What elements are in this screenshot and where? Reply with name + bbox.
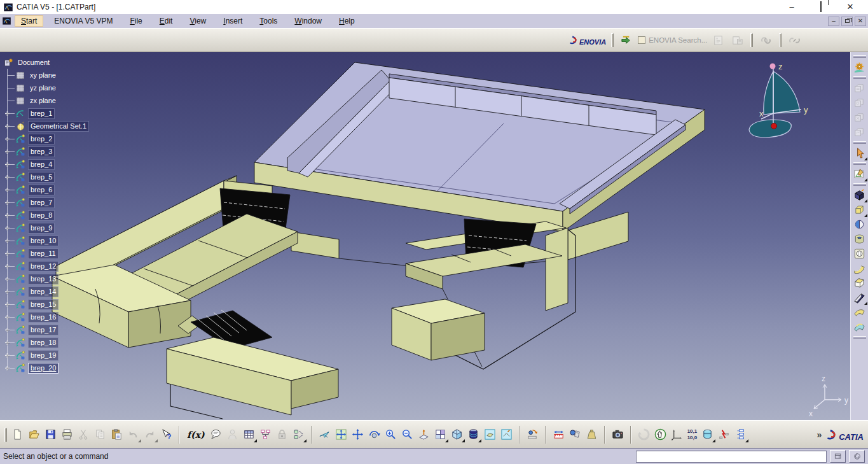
menu-tools[interactable]: Tools	[253, 15, 284, 27]
minimize-button[interactable]: –	[777, 1, 806, 13]
toolbar-drag-handle[interactable]	[853, 336, 866, 339]
pad-button[interactable]	[852, 202, 867, 217]
tree-item-brep-12[interactable]: brep_12	[2, 260, 89, 272]
flyout-arrow-icon[interactable]	[155, 439, 158, 442]
axis-system-button[interactable]	[669, 426, 685, 442]
enovia-search-checkbox[interactable]	[638, 36, 645, 44]
expand-plus-icon[interactable]	[4, 148, 11, 155]
toolbar-drag-handle[interactable]	[853, 76, 866, 79]
cylindrical-tool-button[interactable]	[699, 426, 715, 442]
cut-button[interactable]	[76, 426, 92, 442]
hidden-user-button[interactable]	[224, 426, 240, 442]
toolbar-drag-handle[interactable]	[853, 55, 866, 58]
toolbar-drag-handle[interactable]	[853, 162, 866, 165]
sew-surface-button[interactable]	[852, 305, 867, 320]
tree-item-geometrical-set-1[interactable]: Geometrical Set.1	[2, 120, 89, 132]
close-surface-button[interactable]	[852, 290, 867, 305]
tree-item-brep-7[interactable]: brep_7	[2, 196, 89, 209]
thick-surface-button[interactable]	[852, 320, 867, 334]
tree-item-brep-8[interactable]: brep_8	[2, 209, 89, 221]
chamfer-button[interactable]	[852, 276, 867, 290]
swap-visible-space-button[interactable]	[652, 426, 668, 442]
tree-item-brep-15[interactable]: brep_15	[2, 298, 89, 311]
expand-plus-icon[interactable]	[4, 161, 11, 168]
tree-item-brep-3[interactable]: brep_3	[2, 145, 89, 158]
menu-view[interactable]: View	[183, 15, 212, 27]
menu-help[interactable]: Help	[333, 15, 361, 27]
power-input-button[interactable]	[849, 450, 865, 463]
tree-item-xy-plane[interactable]: xy plane	[2, 69, 89, 81]
unlink-button[interactable]	[787, 32, 803, 48]
tree-item-brep-11[interactable]: brep_11	[2, 247, 89, 260]
expand-plus-icon[interactable]	[4, 301, 11, 308]
split-button[interactable]	[852, 217, 867, 232]
fillet-surface-button[interactable]	[852, 261, 867, 276]
expand-plus-icon[interactable]	[4, 263, 11, 270]
expand-plus-icon[interactable]	[4, 123, 11, 130]
tree-item-brep-5[interactable]: brep_5	[2, 171, 89, 183]
menu-window[interactable]: Window	[288, 15, 328, 27]
knowledge-inspector-button[interactable]	[716, 426, 732, 442]
sketcher-button[interactable]	[852, 167, 867, 181]
transfer-button[interactable]	[619, 32, 635, 48]
3d-scene[interactable]: z y x z y x	[0, 52, 850, 420]
save-db-button[interactable]	[729, 32, 745, 48]
rotate-button[interactable]	[366, 426, 382, 442]
expand-plus-icon[interactable]	[4, 136, 11, 143]
expand-plus-icon[interactable]	[4, 327, 11, 334]
tree-item-brep-20[interactable]: brep_20	[2, 362, 89, 374]
toolbar-drag-handle[interactable]	[750, 33, 753, 47]
iso-view-button[interactable]	[449, 426, 465, 442]
tree-item-brep-14[interactable]: brep_14	[2, 285, 89, 298]
save-button[interactable]	[43, 426, 59, 442]
expand-plus-icon[interactable]	[4, 110, 11, 117]
expand-plus-icon[interactable]	[4, 174, 11, 181]
flyout-arrow-icon[interactable]	[445, 439, 448, 442]
expand-plus-icon[interactable]	[4, 365, 11, 372]
pdm-b-button[interactable]	[852, 95, 867, 110]
render-style-button[interactable]	[465, 426, 481, 442]
model-bench[interactable]	[167, 310, 338, 419]
expand-plus-icon[interactable]	[4, 199, 11, 206]
mdi-restore-button[interactable]	[841, 17, 853, 26]
expand-plus-icon[interactable]	[4, 288, 11, 295]
flyout-arrow-icon[interactable]	[478, 439, 481, 442]
tree-item-brep-6[interactable]: brep_6	[2, 183, 89, 196]
flyout-arrow-icon[interactable]	[864, 157, 867, 160]
edit-list-button[interactable]	[733, 426, 748, 442]
mdi-minimize-button[interactable]: –	[828, 17, 839, 26]
tree-item-brep-18[interactable]: brep_18	[2, 336, 89, 349]
expand-plus-icon[interactable]	[4, 225, 11, 232]
toolbar-drag-handle[interactable]	[779, 33, 782, 47]
flyout-arrow-icon[interactable]	[745, 439, 748, 442]
view-compass[interactable]: z y x	[749, 62, 808, 137]
refresh-button[interactable]	[636, 426, 652, 442]
check-rules-button[interactable]	[291, 426, 307, 442]
pdm-a-button[interactable]	[852, 81, 867, 95]
menu-insert[interactable]: Insert	[217, 15, 249, 27]
view-mode-button[interactable]	[482, 426, 498, 442]
groove-button[interactable]	[852, 232, 867, 246]
pan-button[interactable]	[350, 426, 366, 442]
normal-view-button[interactable]	[416, 426, 432, 442]
prism-button[interactable]	[852, 188, 867, 202]
undo-button[interactable]	[125, 426, 141, 442]
enovia-search-label[interactable]: ENOVIA Search...	[649, 36, 707, 44]
measure-inertia-button[interactable]	[584, 426, 600, 442]
flyout-arrow-icon[interactable]	[303, 439, 307, 442]
tree-item-brep-13[interactable]: brep_13	[2, 272, 89, 285]
view-mode-alt-button[interactable]	[499, 426, 514, 442]
measure-between-button[interactable]	[551, 426, 567, 442]
product-structure-button[interactable]	[258, 426, 273, 442]
new-file-button[interactable]	[10, 426, 25, 442]
flyout-arrow-icon[interactable]	[462, 439, 465, 442]
3d-viewport[interactable]: z y x z y x Document	[0, 52, 850, 420]
zoom-out-button[interactable]	[399, 426, 415, 442]
tree-item-brep-10[interactable]: brep_10	[2, 234, 89, 247]
toolbar-drag-handle[interactable]	[853, 141, 866, 144]
select-button[interactable]	[852, 146, 867, 160]
link-button[interactable]	[758, 32, 774, 48]
pdm-d-button[interactable]	[852, 125, 867, 139]
hole-button[interactable]	[852, 246, 867, 261]
expand-plus-icon[interactable]	[4, 276, 11, 283]
